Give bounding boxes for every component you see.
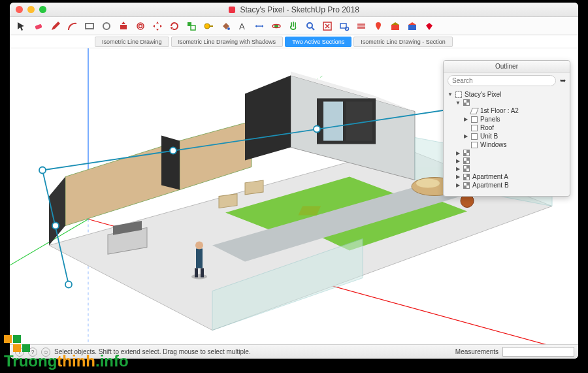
svg-point-51	[65, 282, 72, 288]
svg-point-54	[416, 179, 440, 188]
app-window: Stacy's Pixel - SketchUp Pro 2018 A Isom…	[10, 3, 578, 359]
arc-icon[interactable]	[67, 21, 78, 31]
add-location-icon[interactable]	[373, 21, 384, 31]
dimension-icon[interactable]	[254, 21, 265, 31]
svg-point-19	[346, 27, 349, 30]
scene-tab-2[interactable]: Two Active Sections	[285, 37, 351, 47]
offset-icon[interactable]	[135, 21, 146, 31]
outliner-menu-arrow-icon[interactable]: ➥	[560, 76, 566, 85]
scene-tab-3[interactable]: Isometric Line Drawing - Section	[353, 37, 453, 47]
file-icon	[229, 7, 235, 13]
outliner-panel[interactable]: Outliner ➥ ▼Stacy's Pixel▼1st Floor : A2…	[443, 60, 570, 197]
svg-point-50	[314, 126, 320, 133]
svg-marker-38	[245, 76, 291, 161]
scale-icon[interactable]	[186, 21, 197, 31]
tree-row[interactable]: Roof	[448, 123, 566, 132]
svg-rect-59	[219, 194, 237, 208]
svg-point-52	[52, 223, 59, 229]
scene-tabs: Isometric Line DrawingIsometric Line Dra…	[10, 35, 578, 48]
select-arrow-icon[interactable]	[16, 21, 27, 31]
svg-marker-34	[180, 122, 252, 190]
svg-line-16	[312, 27, 314, 30]
svg-rect-7	[191, 25, 195, 30]
svg-rect-22	[391, 25, 399, 30]
circle-icon[interactable]	[101, 21, 112, 31]
outliner-tree[interactable]: ▼Stacy's Pixel▼1st Floor : A2▶PanelsRoof…	[444, 89, 570, 196]
tree-row[interactable]: ▶Apartment B	[448, 181, 566, 189]
svg-text:A: A	[239, 22, 245, 31]
svg-rect-41	[323, 102, 343, 141]
svg-rect-62	[196, 249, 203, 268]
svg-point-4	[137, 23, 144, 29]
tree-row[interactable]: ▶	[448, 157, 566, 165]
svg-point-10	[227, 27, 230, 30]
svg-point-2	[103, 23, 110, 29]
outliner-search-input[interactable]	[448, 75, 556, 86]
svg-rect-60	[245, 180, 263, 195]
eraser-icon[interactable]	[33, 21, 44, 31]
svg-rect-65	[201, 268, 204, 278]
zoom-extents-icon[interactable]	[322, 21, 333, 31]
text-icon[interactable]: A	[237, 21, 248, 31]
measurements-input[interactable]	[502, 347, 574, 357]
main-toolbar: A	[10, 17, 578, 35]
svg-rect-3	[120, 25, 127, 29]
svg-rect-23	[408, 25, 416, 30]
rotate-icon[interactable]	[169, 21, 180, 31]
tree-row[interactable]: ▼	[448, 99, 566, 106]
tree-row[interactable]: ▼Stacy's Pixel	[448, 90, 566, 99]
move-icon[interactable]	[152, 21, 163, 31]
orbit-icon[interactable]	[271, 21, 282, 31]
tape-measure-icon[interactable]	[203, 21, 214, 31]
zoom-icon[interactable]	[305, 21, 316, 31]
svg-point-5	[139, 24, 142, 27]
section-plane-icon[interactable]	[356, 21, 367, 31]
extension-warehouse-icon[interactable]	[407, 21, 417, 31]
tree-row[interactable]: ▶	[448, 149, 566, 157]
svg-point-61	[191, 274, 207, 280]
paint-bucket-icon[interactable]	[220, 21, 231, 31]
svg-rect-64	[195, 268, 198, 278]
tree-row[interactable]: ▶Unit B	[448, 132, 566, 140]
push-pull-icon[interactable]	[118, 21, 129, 31]
pencil-icon[interactable]	[50, 21, 61, 31]
svg-point-47	[39, 167, 46, 174]
tree-row[interactable]: 1st Floor : A2	[448, 106, 566, 115]
ruby-icon[interactable]	[424, 21, 434, 31]
svg-rect-0	[35, 24, 42, 29]
tree-row[interactable]: ▶Panels	[448, 115, 566, 123]
svg-point-8	[204, 24, 210, 29]
titlebar: Stacy's Pixel - SketchUp Pro 2018	[10, 3, 578, 17]
pan-icon[interactable]	[288, 21, 299, 31]
tree-row[interactable]: ▶	[448, 165, 566, 172]
window-title: Stacy's Pixel - SketchUp Pro 2018	[10, 5, 578, 14]
watermark-logo: Truongthinh.info	[4, 335, 129, 369]
3d-warehouse-icon[interactable]	[390, 21, 400, 31]
outliner-title: Outliner	[444, 61, 570, 73]
svg-point-63	[195, 242, 203, 250]
svg-point-49	[170, 148, 176, 154]
rectangle-icon[interactable]	[84, 21, 95, 31]
scene-tab-1[interactable]: Isometric Line Drawing with Shadows	[171, 37, 284, 47]
svg-point-15	[307, 23, 312, 28]
svg-rect-1	[86, 24, 93, 29]
tree-row[interactable]: Windows	[448, 140, 566, 149]
tree-row[interactable]: ▶Apartment A	[448, 172, 566, 181]
svg-marker-36	[161, 136, 180, 190]
zoom-window-icon[interactable]	[339, 21, 350, 31]
scene-tab-0[interactable]: Isometric Line Drawing	[95, 37, 169, 47]
measurements-label: Measurements	[455, 348, 498, 355]
